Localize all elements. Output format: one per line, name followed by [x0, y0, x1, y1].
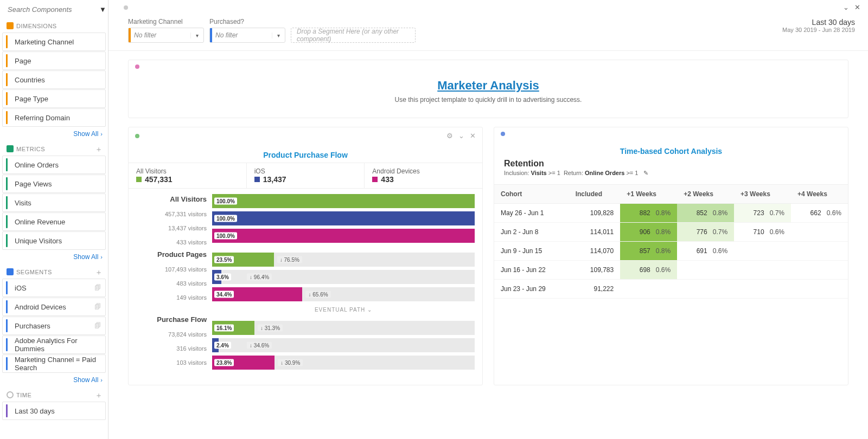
eventual-path-toggle[interactable]: EVENTUAL PATH ⌄	[212, 305, 475, 317]
cohort-col-header[interactable]: +3 Weeks	[734, 185, 791, 204]
table-row[interactable]: Jun 2 - Jun 8114,0119060.8%7760.7%7100.6…	[494, 223, 848, 242]
cohort-criteria: Inclusion: Visits >= 1 Return: Online Or…	[504, 170, 838, 177]
viz-dot	[501, 132, 505, 136]
add-segment-icon[interactable]: ＋	[95, 269, 103, 275]
fallout-viz: ⚙ ⌄ ✕ Product Purchase Flow All Visitors…	[128, 127, 483, 385]
included-value: 114,070	[569, 242, 621, 261]
show-all-dimensions[interactable]: Show All›	[73, 130, 103, 138]
time-header: TIME ＋	[0, 388, 108, 402]
bar-pct: 34.4%	[214, 291, 234, 298]
stage-sub: 149 visitors	[136, 294, 207, 301]
legend-value: 13,437	[254, 175, 357, 184]
gear-icon[interactable]: ⚙	[446, 132, 453, 140]
rail-item[interactable]: Visits	[2, 193, 106, 212]
project-subtitle: Use this project template to quickly dri…	[129, 96, 848, 104]
panel-collapse-icon[interactable]: ⌄	[843, 3, 849, 11]
stage-sub: 73,824 visitors	[136, 331, 207, 338]
table-row[interactable]: May 26 - Jun 1109,8288820.8%8520.8%7230.…	[494, 204, 848, 223]
cohort-cell: 7760.7%	[684, 228, 727, 236]
cohort-label: Jun 9 - Jun 15	[494, 242, 569, 261]
close-icon[interactable]: ✕	[470, 132, 476, 140]
filter-marketing-channel[interactable]: No filter ▾	[128, 28, 204, 43]
components-rail: ▼ DIMENSIONS Marketing ChannelPageCountr…	[0, 0, 108, 439]
stage-sub: 103 visitors	[136, 359, 207, 366]
rail-item[interactable]: Referring Domain	[2, 108, 106, 127]
rail-item[interactable]: Android Devices🗐	[2, 298, 106, 316]
table-row[interactable]: Jun 9 - Jun 15114,0708570.8%6910.6%	[494, 242, 848, 261]
panel-close-icon[interactable]: ✕	[854, 3, 860, 11]
bar-pct: 100.0%	[214, 233, 237, 240]
dimensions-icon	[7, 22, 14, 29]
date-range-label[interactable]: Last 30 days	[782, 18, 855, 27]
rail-item[interactable]: Unique Visitors	[2, 231, 106, 250]
date-range-value: May 30 2019 - Jun 28 2019	[782, 27, 855, 33]
fallout-bar[interactable]: 100.0%	[212, 194, 475, 208]
rail-item[interactable]: iOS🗐	[2, 279, 106, 297]
cohort-cell: 7100.6%	[741, 228, 784, 236]
fallout-bar[interactable]: 16.1%↓ 31.3%	[212, 321, 475, 335]
cohort-cell: 8570.8%	[627, 247, 671, 255]
drop-pct: ↓ 31.3%	[258, 325, 283, 332]
cohort-col-header[interactable]: Cohort	[494, 185, 569, 204]
fallout-bar[interactable]: 23.8%↓ 30.9%	[212, 356, 475, 370]
project-title[interactable]: Marketer Analysis	[129, 79, 848, 93]
legend-value: 433	[372, 175, 475, 184]
rail-item[interactable]: Page Type	[2, 89, 106, 108]
fallout-bar[interactable]: 100.0%	[212, 229, 475, 243]
collapse-icon[interactable]: ⌄	[458, 132, 464, 140]
fallout-bar[interactable]: 2.4%↓ 34.6%	[212, 338, 475, 352]
cohort-col-header[interactable]: +1 Weeks	[620, 185, 677, 204]
segment-drop-zone[interactable]: Drop a Segment Here (or any other compon…	[291, 28, 416, 43]
rail-item[interactable]: Page Views	[2, 175, 106, 193]
filter-purchased[interactable]: No filter ▾	[209, 28, 285, 43]
add-time-icon[interactable]: ＋	[95, 392, 103, 398]
rail-item[interactable]: Online Revenue	[2, 212, 106, 231]
cohort-col-header[interactable]: Included	[569, 185, 621, 204]
legend-label: iOS	[254, 167, 357, 175]
filter-icon[interactable]: ▼	[99, 5, 106, 14]
drop-pct: ↓ 30.9%	[278, 359, 303, 366]
fallout-bar[interactable]: 100.0%	[212, 211, 475, 225]
panel-dot	[124, 5, 128, 10]
cohort-cell: 9060.8%	[627, 228, 671, 236]
search-input[interactable]	[8, 5, 99, 14]
drop-pct: ↓ 65.6%	[305, 291, 330, 298]
legend-label: Android Devices	[372, 167, 475, 175]
rail-item[interactable]: Marketing Channel = Paid Search	[2, 354, 106, 373]
rail-item[interactable]: Adobe Analytics For Dummies	[2, 335, 106, 354]
rail-item[interactable]: Countries	[2, 70, 106, 89]
cohort-col-header[interactable]: +4 Weeks	[791, 185, 848, 204]
rail-item[interactable]: Online Orders	[2, 156, 106, 174]
stage-sub: 483 visitors	[136, 280, 207, 287]
rail-item[interactable]: Purchasers🗐	[2, 317, 106, 335]
fallout-bar[interactable]: 23.5%↓ 76.5%	[212, 253, 475, 267]
cohort-cell: 8820.8%	[627, 209, 671, 217]
cohort-cell: 6980.6%	[627, 266, 671, 274]
table-row[interactable]: Jun 23 - Jun 2991,222	[494, 280, 848, 299]
show-all-segments[interactable]: Show All›	[73, 376, 103, 384]
cohort-col-header[interactable]: +2 Weeks	[677, 185, 734, 204]
segments-icon	[7, 268, 14, 275]
add-metric-icon[interactable]: ＋	[95, 146, 103, 152]
rail-item[interactable]: Marketing Channel	[2, 33, 106, 51]
cohort-label: Jun 16 - Jun 22	[494, 261, 569, 280]
lock-icon: 🗐	[94, 322, 101, 330]
rail-item[interactable]: Page	[2, 51, 106, 70]
cohort-cell: 8520.8%	[684, 209, 727, 217]
drop-pct: ↓ 96.4%	[247, 274, 272, 281]
workspace-canvas: ⌄ ✕ Marketing Channel No filter ▾ Purcha…	[108, 0, 868, 439]
header-panel: Marketer Analysis Use this project templ…	[128, 60, 848, 118]
viz-dot	[135, 134, 139, 138]
filter2-label: Purchased?	[209, 18, 285, 25]
show-all-metrics[interactable]: Show All›	[73, 253, 103, 261]
rail-item[interactable]: Last 30 days	[2, 402, 106, 420]
viz-dot	[135, 64, 139, 69]
metrics-header: METRICS ＋	[0, 142, 108, 156]
cohort-table: CohortIncluded+1 Weeks+2 Weeks+3 Weeks+4…	[494, 184, 848, 299]
fallout-bar[interactable]: 34.4%↓ 65.6%	[212, 287, 475, 301]
fallout-bar[interactable]: 3.6%↓ 96.4%	[212, 270, 475, 284]
table-row[interactable]: Jun 16 - Jun 22109,7836980.6%	[494, 261, 848, 280]
edit-icon[interactable]: ✎	[643, 170, 648, 176]
bar-pct: 3.6%	[214, 274, 231, 281]
drop-pct: ↓ 76.5%	[277, 256, 302, 263]
